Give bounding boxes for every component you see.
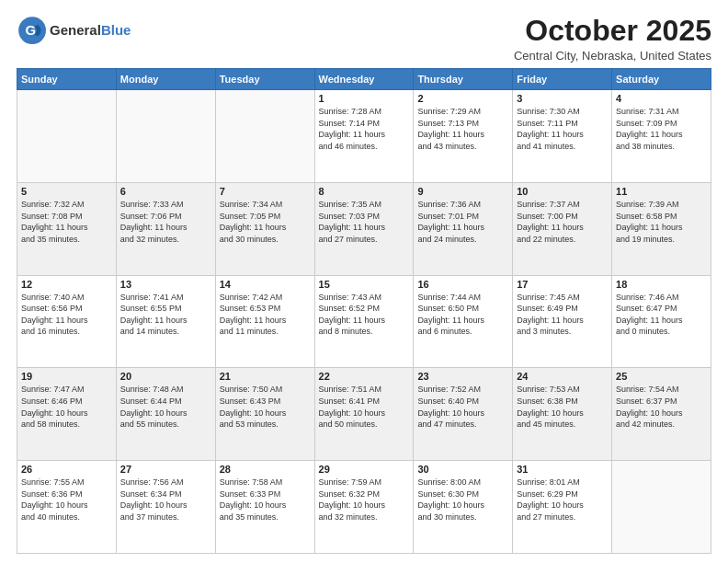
day-number: 6	[120, 186, 211, 197]
svg-text:G: G	[26, 22, 37, 38]
title-location: Central City, Nebraska, United States	[514, 49, 711, 63]
calendar-cell: 8Sunrise: 7:35 AM Sunset: 7:03 PM Daylig…	[314, 182, 414, 275]
day-number: 12	[21, 279, 112, 290]
week-row-2: 5Sunrise: 7:32 AM Sunset: 7:08 PM Daylig…	[17, 182, 711, 275]
day-info: Sunrise: 7:58 AM Sunset: 6:33 PM Dayligh…	[220, 477, 311, 523]
logo-icon: G	[17, 15, 46, 44]
calendar-cell: 19Sunrise: 7:47 AM Sunset: 6:46 PM Dayli…	[17, 368, 117, 461]
col-thursday: Thursday	[414, 69, 513, 90]
calendar-cell	[17, 90, 117, 183]
calendar-cell	[116, 90, 215, 183]
day-info: Sunrise: 7:29 AM Sunset: 7:13 PM Dayligh…	[417, 106, 508, 152]
day-number: 3	[517, 93, 608, 104]
day-info: Sunrise: 7:30 AM Sunset: 7:11 PM Dayligh…	[517, 106, 608, 152]
calendar-cell: 7Sunrise: 7:34 AM Sunset: 7:05 PM Daylig…	[215, 182, 314, 275]
col-monday: Monday	[116, 69, 215, 90]
calendar-cell: 4Sunrise: 7:31 AM Sunset: 7:09 PM Daylig…	[612, 90, 711, 183]
day-number: 27	[120, 464, 211, 475]
calendar-cell: 29Sunrise: 7:59 AM Sunset: 6:32 PM Dayli…	[314, 461, 414, 554]
calendar-cell: 10Sunrise: 7:37 AM Sunset: 7:00 PM Dayli…	[513, 182, 612, 275]
calendar-cell: 17Sunrise: 7:45 AM Sunset: 6:49 PM Dayli…	[513, 275, 612, 368]
col-wednesday: Wednesday	[314, 69, 414, 90]
day-number: 1	[319, 93, 410, 104]
day-number: 31	[517, 464, 608, 475]
logo-general: General	[50, 22, 101, 38]
logo-blue: Blue	[101, 22, 131, 38]
day-info: Sunrise: 7:51 AM Sunset: 6:41 PM Dayligh…	[319, 384, 410, 430]
calendar-cell: 16Sunrise: 7:44 AM Sunset: 6:50 PM Dayli…	[414, 275, 513, 368]
calendar-cell: 2Sunrise: 7:29 AM Sunset: 7:13 PM Daylig…	[414, 90, 513, 183]
day-info: Sunrise: 7:47 AM Sunset: 6:46 PM Dayligh…	[21, 384, 112, 430]
day-number: 10	[517, 186, 608, 197]
day-info: Sunrise: 8:00 AM Sunset: 6:30 PM Dayligh…	[417, 477, 508, 523]
day-info: Sunrise: 7:35 AM Sunset: 7:03 PM Dayligh…	[319, 199, 410, 245]
calendar-cell: 21Sunrise: 7:50 AM Sunset: 6:43 PM Dayli…	[215, 368, 314, 461]
day-info: Sunrise: 7:43 AM Sunset: 6:52 PM Dayligh…	[319, 292, 410, 338]
day-number: 22	[319, 371, 410, 382]
day-number: 4	[616, 93, 707, 104]
week-row-1: 1Sunrise: 7:28 AM Sunset: 7:14 PM Daylig…	[17, 90, 711, 183]
day-info: Sunrise: 7:41 AM Sunset: 6:55 PM Dayligh…	[120, 292, 211, 338]
day-number: 18	[616, 279, 707, 290]
day-info: Sunrise: 7:31 AM Sunset: 7:09 PM Dayligh…	[616, 106, 707, 152]
calendar-cell: 30Sunrise: 8:00 AM Sunset: 6:30 PM Dayli…	[414, 461, 513, 554]
calendar-cell: 28Sunrise: 7:58 AM Sunset: 6:33 PM Dayli…	[215, 461, 314, 554]
calendar-cell: 6Sunrise: 7:33 AM Sunset: 7:06 PM Daylig…	[116, 182, 215, 275]
day-info: Sunrise: 8:01 AM Sunset: 6:29 PM Dayligh…	[517, 477, 608, 523]
day-info: Sunrise: 7:52 AM Sunset: 6:40 PM Dayligh…	[417, 384, 508, 430]
calendar-cell: 15Sunrise: 7:43 AM Sunset: 6:52 PM Dayli…	[314, 275, 414, 368]
calendar-cell	[215, 90, 314, 183]
calendar-header-row: Sunday Monday Tuesday Wednesday Thursday…	[17, 69, 711, 90]
calendar-cell: 24Sunrise: 7:53 AM Sunset: 6:38 PM Dayli…	[513, 368, 612, 461]
day-info: Sunrise: 7:50 AM Sunset: 6:43 PM Dayligh…	[220, 384, 311, 430]
calendar-cell: 20Sunrise: 7:48 AM Sunset: 6:44 PM Dayli…	[116, 368, 215, 461]
calendar-table: Sunday Monday Tuesday Wednesday Thursday…	[17, 68, 711, 554]
day-info: Sunrise: 7:28 AM Sunset: 7:14 PM Dayligh…	[319, 106, 410, 152]
day-info: Sunrise: 7:39 AM Sunset: 6:58 PM Dayligh…	[616, 199, 707, 245]
day-info: Sunrise: 7:53 AM Sunset: 6:38 PM Dayligh…	[517, 384, 608, 430]
day-info: Sunrise: 7:46 AM Sunset: 6:47 PM Dayligh…	[616, 292, 707, 338]
day-number: 11	[616, 186, 707, 197]
day-info: Sunrise: 7:32 AM Sunset: 7:08 PM Dayligh…	[21, 199, 112, 245]
calendar-cell: 12Sunrise: 7:40 AM Sunset: 6:56 PM Dayli…	[17, 275, 117, 368]
day-number: 26	[21, 464, 112, 475]
title-block: October 2025 Central City, Nebraska, Uni…	[514, 15, 711, 63]
day-info: Sunrise: 7:36 AM Sunset: 7:01 PM Dayligh…	[417, 199, 508, 245]
day-info: Sunrise: 7:33 AM Sunset: 7:06 PM Dayligh…	[120, 199, 211, 245]
day-number: 20	[120, 371, 211, 382]
calendar-cell: 14Sunrise: 7:42 AM Sunset: 6:53 PM Dayli…	[215, 275, 314, 368]
day-info: Sunrise: 7:42 AM Sunset: 6:53 PM Dayligh…	[220, 292, 311, 338]
day-info: Sunrise: 7:37 AM Sunset: 7:00 PM Dayligh…	[517, 199, 608, 245]
day-number: 29	[319, 464, 410, 475]
calendar-cell: 9Sunrise: 7:36 AM Sunset: 7:01 PM Daylig…	[414, 182, 513, 275]
day-number: 30	[417, 464, 508, 475]
day-number: 23	[417, 371, 508, 382]
day-number: 24	[517, 371, 608, 382]
day-number: 21	[220, 371, 311, 382]
week-row-4: 19Sunrise: 7:47 AM Sunset: 6:46 PM Dayli…	[17, 368, 711, 461]
day-number: 19	[21, 371, 112, 382]
day-number: 9	[417, 186, 508, 197]
day-number: 13	[120, 279, 211, 290]
calendar-cell: 22Sunrise: 7:51 AM Sunset: 6:41 PM Dayli…	[314, 368, 414, 461]
week-row-5: 26Sunrise: 7:55 AM Sunset: 6:36 PM Dayli…	[17, 461, 711, 554]
day-number: 17	[517, 279, 608, 290]
day-info: Sunrise: 7:59 AM Sunset: 6:32 PM Dayligh…	[319, 477, 410, 523]
day-number: 2	[417, 93, 508, 104]
day-number: 8	[319, 186, 410, 197]
calendar-cell: 23Sunrise: 7:52 AM Sunset: 6:40 PM Dayli…	[414, 368, 513, 461]
logo: G General Blue	[17, 15, 131, 44]
calendar-cell: 27Sunrise: 7:56 AM Sunset: 6:34 PM Dayli…	[116, 461, 215, 554]
col-sunday: Sunday	[17, 69, 117, 90]
day-info: Sunrise: 7:34 AM Sunset: 7:05 PM Dayligh…	[220, 199, 311, 245]
day-number: 28	[220, 464, 311, 475]
day-number: 14	[220, 279, 311, 290]
calendar-cell: 11Sunrise: 7:39 AM Sunset: 6:58 PM Dayli…	[612, 182, 711, 275]
week-row-3: 12Sunrise: 7:40 AM Sunset: 6:56 PM Dayli…	[17, 275, 711, 368]
col-friday: Friday	[513, 69, 612, 90]
day-info: Sunrise: 7:44 AM Sunset: 6:50 PM Dayligh…	[417, 292, 508, 338]
calendar-cell: 18Sunrise: 7:46 AM Sunset: 6:47 PM Dayli…	[612, 275, 711, 368]
col-tuesday: Tuesday	[215, 69, 314, 90]
day-info: Sunrise: 7:54 AM Sunset: 6:37 PM Dayligh…	[616, 384, 707, 430]
day-number: 15	[319, 279, 410, 290]
